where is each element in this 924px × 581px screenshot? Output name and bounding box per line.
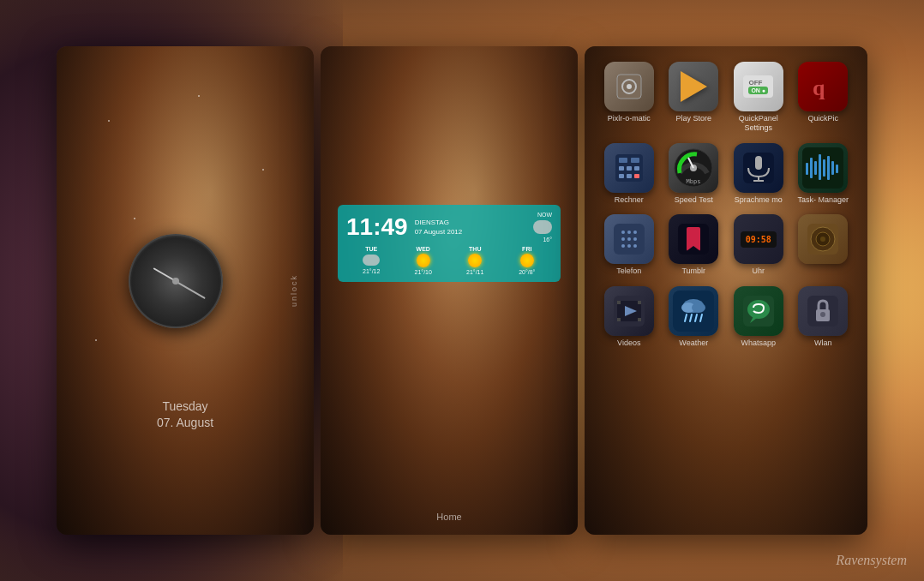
svg-rect-8 bbox=[627, 166, 632, 171]
svg-rect-5 bbox=[619, 158, 627, 163]
app-item-speaker[interactable] bbox=[795, 214, 853, 276]
svg-point-38 bbox=[627, 244, 631, 248]
app-item-telefon[interactable]: Telefon bbox=[600, 214, 658, 276]
app-screen: Pixlr-o-matic Play Store OFF ON ● QuickP… bbox=[585, 46, 867, 535]
star bbox=[198, 95, 200, 97]
weather-month: August bbox=[423, 228, 445, 236]
svg-point-67 bbox=[820, 312, 825, 317]
uhr-display: 09:58 bbox=[741, 231, 777, 248]
weather-year: 2012 bbox=[447, 228, 462, 236]
wlan-icon bbox=[798, 286, 848, 336]
videos-label: Videos bbox=[617, 338, 640, 348]
rechner-icon bbox=[604, 143, 654, 193]
svg-point-46 bbox=[820, 237, 825, 242]
svg-point-32 bbox=[627, 231, 631, 234]
weather-top: 11:49 DIENSTAG 07 August 2012 NOW 16° bbox=[346, 212, 552, 243]
svg-rect-9 bbox=[634, 166, 639, 171]
svg-rect-11 bbox=[627, 174, 632, 178]
app-item-sprachme[interactable]: Sprachme mo bbox=[729, 143, 788, 205]
app-item-speedtest[interactable]: Mbps Speed Test bbox=[665, 143, 723, 205]
app-item-whatsapp[interactable]: Whatsapp bbox=[729, 286, 788, 348]
star bbox=[95, 339, 97, 341]
speaker-icon bbox=[798, 214, 848, 264]
now-temp: 16° bbox=[533, 237, 552, 243]
pixlr-label: Pixlr-o-matic bbox=[608, 114, 651, 123]
quickpanel-icon: OFF ON ● bbox=[734, 62, 783, 111]
weather-day-fri: FRI 20°/8° bbox=[502, 246, 553, 275]
weather-day-wed: WED 21°/10 bbox=[399, 246, 449, 275]
svg-rect-24 bbox=[814, 161, 817, 175]
clock-center bbox=[172, 278, 179, 285]
weather-date: 07 bbox=[415, 228, 423, 236]
weather-days: TUE 21°/12 WED 21°/10 THU 21°/11 FRI bbox=[346, 246, 552, 275]
app-item-taskmanager[interactable]: Task- Manager bbox=[795, 143, 853, 205]
svg-rect-25 bbox=[819, 154, 821, 180]
now-label: NOW bbox=[533, 212, 552, 218]
unlock-label: unlock bbox=[290, 274, 298, 307]
home-screen: 11:49 DIENSTAG 07 August 2012 NOW 16° bbox=[321, 46, 578, 535]
speedtest-label: Speed Test bbox=[675, 195, 713, 205]
weather-day-name: DIENSTAG bbox=[415, 218, 463, 227]
apps-grid: Pixlr-o-matic Play Store OFF ON ● QuickP… bbox=[593, 55, 859, 355]
playstore-icon bbox=[669, 62, 718, 111]
app-item-quickpanel[interactable]: OFF ON ● QuickPanel Settings bbox=[729, 62, 788, 133]
svg-rect-51 bbox=[617, 318, 621, 321]
now-section: NOW 16° bbox=[533, 212, 552, 243]
weather-time: 11:49 bbox=[346, 215, 408, 239]
date-day: Tuesday bbox=[157, 398, 213, 416]
svg-point-36 bbox=[633, 237, 637, 241]
home-label: Home bbox=[436, 512, 461, 522]
app-item-weather[interactable]: Weather bbox=[665, 286, 723, 348]
quickpic-icon: q bbox=[798, 62, 848, 111]
main-container: unlock Tuesday 07. August 11:49 DIENSTAG… bbox=[0, 0, 924, 581]
svg-rect-18 bbox=[755, 156, 762, 170]
taskmanager-label: Task- Manager bbox=[797, 195, 849, 205]
svg-rect-28 bbox=[831, 161, 834, 175]
svg-text:q: q bbox=[813, 75, 825, 100]
app-item-rechner[interactable]: Rechner bbox=[600, 143, 658, 205]
svg-rect-12 bbox=[634, 174, 639, 178]
svg-point-57 bbox=[692, 302, 705, 313]
svg-rect-29 bbox=[836, 165, 838, 173]
uhr-icon: 09:58 bbox=[734, 214, 783, 264]
app-item-uhr[interactable]: 09:58 Uhr bbox=[729, 214, 788, 276]
date-display: Tuesday 07. August bbox=[157, 398, 213, 432]
date-date: 07. August bbox=[157, 415, 213, 432]
playstore-label: Play Store bbox=[675, 114, 711, 123]
app-item-pixlr[interactable]: Pixlr-o-matic bbox=[600, 62, 658, 133]
svg-rect-6 bbox=[631, 158, 639, 163]
svg-rect-50 bbox=[638, 301, 641, 304]
star bbox=[108, 120, 110, 122]
star bbox=[262, 169, 264, 171]
whatsapp-icon bbox=[734, 286, 783, 336]
minute-hand bbox=[176, 280, 206, 298]
svg-text:Mbps: Mbps bbox=[687, 178, 701, 185]
svg-point-63 bbox=[747, 300, 770, 319]
svg-point-39 bbox=[633, 244, 637, 248]
svg-rect-49 bbox=[617, 301, 621, 304]
svg-rect-7 bbox=[619, 166, 624, 171]
taskmanager-icon bbox=[798, 143, 848, 193]
app-item-wlan[interactable]: Wlan bbox=[795, 286, 853, 348]
whatsapp-label: Whatsapp bbox=[741, 338, 776, 348]
telefon-label: Telefon bbox=[616, 267, 641, 276]
app-item-tumblr[interactable]: Tumblr bbox=[665, 214, 723, 276]
clock-widget bbox=[129, 234, 223, 328]
svg-rect-23 bbox=[810, 158, 813, 178]
analog-clock bbox=[129, 234, 223, 328]
app-item-quickpic[interactable]: q QuickPic bbox=[795, 62, 853, 133]
thu-icon bbox=[468, 254, 482, 267]
quickpanel-label: QuickPanel Settings bbox=[733, 114, 784, 133]
speedtest-icon: Mbps bbox=[669, 143, 718, 193]
sprachme-label: Sprachme mo bbox=[735, 195, 783, 205]
now-cloud-icon bbox=[533, 220, 552, 234]
tumblr-icon bbox=[669, 214, 718, 264]
tue-icon bbox=[363, 255, 380, 266]
lock-screen: unlock Tuesday 07. August bbox=[57, 46, 314, 535]
app-item-videos[interactable]: Videos bbox=[600, 286, 658, 348]
app-item-playstore[interactable]: Play Store bbox=[665, 62, 723, 133]
weather-day-tue: TUE 21°/12 bbox=[346, 246, 397, 275]
svg-point-34 bbox=[621, 237, 625, 241]
weather-widget[interactable]: 11:49 DIENSTAG 07 August 2012 NOW 16° bbox=[338, 205, 561, 282]
playstore-triangle bbox=[681, 71, 707, 102]
